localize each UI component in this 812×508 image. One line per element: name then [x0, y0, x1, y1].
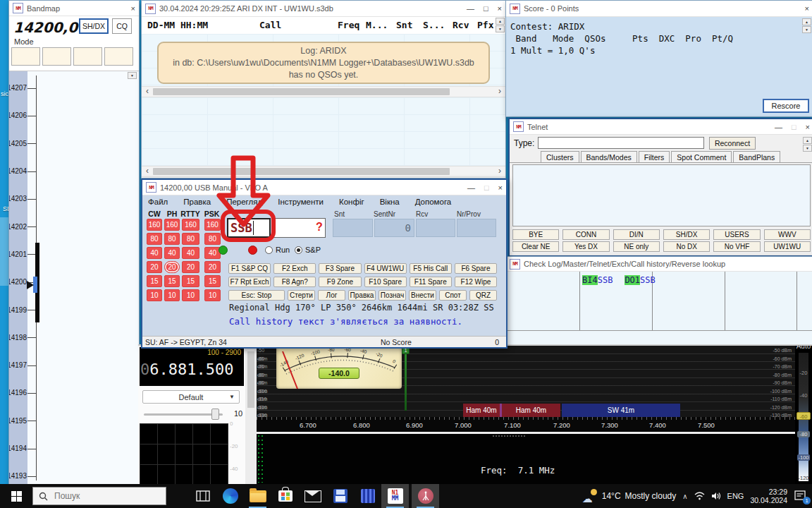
search-input[interactable] — [53, 490, 147, 502]
spin-up-icon[interactable]: ▲ — [802, 18, 811, 25]
nrprov-field[interactable] — [457, 219, 496, 237]
telnet-command-button[interactable]: No DX — [663, 241, 710, 252]
telnet-command-button[interactable]: BYE — [512, 229, 559, 240]
band-button[interactable]: 10 — [204, 289, 221, 301]
telnet-command-button[interactable]: NE only — [613, 241, 660, 252]
close-icon[interactable]: × — [131, 4, 135, 13]
action-button[interactable]: Познач — [379, 290, 406, 301]
radio-circle-selected[interactable] — [295, 246, 302, 254]
volume-slider-handle[interactable] — [211, 409, 219, 420]
telnet-tab[interactable]: Clusters — [541, 151, 579, 162]
speaker-icon[interactable] — [711, 492, 721, 500]
scroll-right-icon[interactable]: › — [494, 167, 505, 176]
menu-item[interactable]: Правка — [183, 198, 211, 209]
band-button[interactable]: 160 — [182, 219, 199, 231]
telnet-command-button[interactable]: WWV — [764, 229, 811, 240]
radio-circle[interactable] — [265, 246, 273, 254]
action-button[interactable]: Спот — [439, 290, 467, 301]
telnet-output-area[interactable] — [512, 164, 811, 226]
shdx-button[interactable]: SH/DX — [79, 18, 109, 34]
action-button[interactable]: Внести — [409, 290, 436, 301]
log-titlebar[interactable]: NM 30.04.2024 20:29:25Z ARI DX INT - UW1… — [142, 1, 505, 17]
sentnr-field[interactable]: 0 — [374, 219, 414, 237]
band-button[interactable]: 160 — [147, 219, 162, 231]
task-view-icon[interactable] — [189, 484, 216, 508]
band-button[interactable]: 20 — [164, 261, 180, 273]
band-button[interactable]: 160 — [204, 219, 221, 231]
band-button[interactable]: 10 — [147, 289, 162, 301]
bandmap-titlebar[interactable]: NM Bandmap × — [9, 1, 139, 16]
function-key-button[interactable]: F3 Spare — [319, 263, 361, 274]
spin-down-icon[interactable]: ▼ — [803, 145, 812, 152]
sdr-vertical-scrollbar[interactable] — [245, 346, 257, 484]
telnet-spinner[interactable]: ▲ ▼ — [803, 137, 812, 152]
cq-button[interactable]: CQ — [112, 18, 132, 34]
scrollbar-thumb[interactable] — [153, 168, 450, 175]
menu-item[interactable]: Вікна — [380, 198, 400, 209]
band-button[interactable]: 20 — [204, 261, 221, 273]
weather-widget[interactable]: 14°C Mostly cloudy — [582, 489, 677, 503]
log-column-header[interactable]: Call — [259, 20, 281, 30]
action-button[interactable]: Стерти — [288, 290, 315, 301]
telnet-command-button[interactable]: Yes DX — [562, 241, 609, 252]
score-spinner[interactable]: ▲ ▼ — [802, 18, 811, 33]
band-button[interactable]: 15 — [182, 275, 199, 287]
snt-field[interactable] — [333, 219, 373, 237]
sdr-app-icon[interactable] — [412, 484, 439, 508]
scrollbar-thumb[interactable] — [247, 351, 254, 408]
spin-down-icon[interactable]: ▼ — [802, 26, 811, 33]
auto-label[interactable]: Auto — [795, 346, 812, 350]
check-titlebar[interactable]: NM Check Log/Master/Telnet/Exch/Call his… — [506, 257, 812, 272]
rcv-field[interactable] — [416, 219, 455, 237]
maximize-icon[interactable]: □ — [484, 4, 488, 13]
function-key-button[interactable]: F4 UW1WU — [364, 263, 407, 274]
telnet-tab[interactable]: Spot Comment — [671, 151, 732, 162]
waterfall-display[interactable]: Freq: 7.1 MHz — [257, 434, 795, 484]
log-column-header[interactable]: Freq — [338, 20, 359, 30]
spectrum-marker-slider[interactable]: 1 — [402, 346, 410, 411]
scrollbar-thumb[interactable] — [153, 88, 450, 95]
n1mm-taskbar-icon[interactable]: N1MM — [381, 484, 409, 508]
telnet-tab[interactable]: Bands/Modes — [581, 151, 637, 162]
maximize-icon[interactable]: □ — [792, 123, 796, 131]
close-icon[interactable]: × — [806, 123, 810, 131]
run-radio[interactable]: Run — [265, 246, 290, 254]
band-overlay-ham40m[interactable]: Ham 40m — [463, 404, 500, 417]
telnet-command-button[interactable]: USERS — [713, 229, 760, 240]
minimize-icon[interactable]: — — [467, 183, 475, 192]
sp-radio[interactable]: S&P — [295, 246, 321, 254]
mode-field[interactable] — [73, 47, 102, 66]
telnet-command-button[interactable]: DI/N — [613, 229, 660, 240]
clock[interactable]: 23:29 30.04.2024 — [750, 488, 787, 504]
telnet-command-button[interactable]: UW1WU — [764, 241, 811, 252]
blue-grid-app-icon[interactable] — [354, 484, 381, 508]
mail-icon[interactable] — [299, 484, 326, 508]
menu-item[interactable]: Інструменти — [278, 198, 324, 209]
action-button[interactable]: QRZ — [469, 290, 497, 301]
band-button[interactable]: 10 — [164, 289, 180, 301]
maximize-icon[interactable]: □ — [484, 183, 489, 192]
function-key-button[interactable]: F9 Zone — [319, 277, 361, 287]
band-overlay-sw41m[interactable]: SW 41m — [562, 404, 680, 417]
log-column-header[interactable]: Snt — [396, 20, 412, 30]
log-scrollbar-upper[interactable]: ‹ › — [142, 86, 505, 97]
function-key-button[interactable]: F7 Rpt Exch — [228, 277, 271, 287]
rescore-button[interactable]: Rescore — [763, 99, 809, 113]
log-column-header[interactable]: Rcv — [453, 20, 469, 30]
band-button[interactable]: 40 — [147, 247, 162, 259]
spin-up-icon[interactable]: ▲ — [803, 137, 812, 144]
language-indicator[interactable]: ENG — [727, 492, 744, 500]
frequency-scale[interactable]: 6.7006.8006.9007.0007.1007.2007.3007.400… — [257, 417, 795, 432]
telnet-titlebar[interactable]: NM Telnet — □ × — [510, 119, 812, 135]
band-button[interactable]: 40 — [164, 247, 180, 259]
floppy-app-icon[interactable] — [326, 484, 354, 508]
action-button[interactable]: Лог — [318, 290, 345, 301]
function-key-button[interactable]: F12 Wipe — [455, 277, 497, 287]
mode-field[interactable] — [104, 47, 133, 66]
band-button[interactable]: 15 — [147, 275, 162, 287]
band-button[interactable]: 20 — [182, 261, 199, 273]
scroll-left-icon[interactable]: ‹ — [142, 167, 153, 176]
notification-center-icon[interactable]: 1 — [794, 489, 808, 503]
function-key-button[interactable]: F10 Spare — [364, 277, 407, 287]
band-button[interactable]: 15 — [164, 275, 180, 287]
